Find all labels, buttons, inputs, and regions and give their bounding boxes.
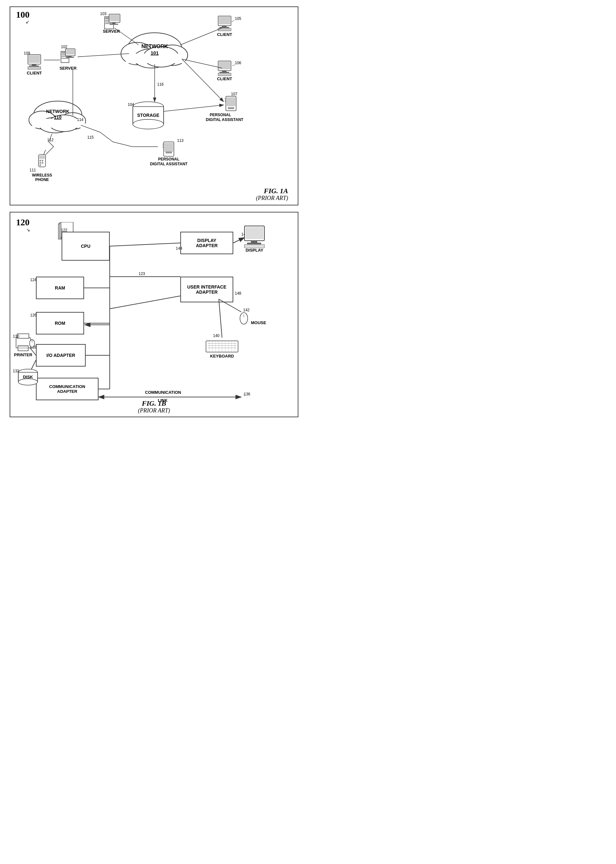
svg-text:NETWORK: NETWORK [46, 109, 69, 114]
svg-line-108 [182, 59, 222, 68]
svg-text:PRINTER: PRINTER [14, 353, 32, 357]
svg-text:102: 102 [61, 45, 68, 49]
svg-rect-97 [39, 160, 41, 161]
svg-text:103: 103 [100, 11, 107, 16]
svg-point-158 [240, 313, 248, 324]
svg-text:112: 112 [47, 138, 53, 142]
svg-text:PERSONAL: PERSONAL [158, 157, 180, 161]
svg-rect-33 [220, 72, 229, 73]
display-adapter-ref: 144 [176, 246, 182, 251]
fig1a-container: 100 ↙ NETWORK 101 [9, 6, 299, 205]
svg-text:113: 113 [177, 138, 184, 143]
svg-text:DISPLAY: DISPLAY [245, 248, 263, 253]
svg-rect-100 [42, 162, 43, 164]
svg-text:NETWORK: NETWORK [141, 44, 168, 49]
cpu-block: CPU [61, 232, 110, 261]
svg-rect-22 [220, 27, 229, 28]
svg-text:CLIENT: CLIENT [217, 32, 232, 37]
fig1b-label: FIG. 1B [142, 399, 166, 408]
svg-line-137 [233, 238, 245, 243]
pda-bottom: 113 PERSONAL DIGITAL ASSISTANT [150, 138, 188, 166]
svg-rect-80 [165, 151, 172, 153]
svg-rect-177 [18, 346, 28, 351]
svg-text:116: 116 [157, 82, 163, 87]
storage: STORAGE 104 [128, 102, 163, 129]
svg-text:104: 104 [128, 102, 134, 107]
svg-text:CLIENT: CLIENT [217, 76, 232, 81]
network-cloud: NETWORK 101 [121, 33, 188, 68]
ram-block: RAM [36, 277, 84, 299]
svg-text:110: 110 [54, 115, 61, 120]
svg-text:146: 146 [241, 232, 248, 236]
svg-rect-98 [42, 160, 43, 161]
pda-right: 107 PERSONAL DIGITAL ASSISTANT [206, 92, 244, 122]
svg-text:PERSONAL: PERSONAL [210, 113, 231, 117]
svg-rect-161 [206, 341, 238, 352]
svg-text:123: 123 [138, 272, 145, 276]
svg-rect-79 [164, 143, 173, 152]
ui-adapter-block: USER INTERFACE ADAPTER [180, 277, 233, 302]
svg-rect-49 [66, 57, 74, 58]
svg-text:105: 105 [235, 16, 241, 21]
svg-rect-20 [219, 17, 230, 24]
svg-rect-175 [16, 338, 30, 348]
svg-rect-152 [251, 241, 257, 242]
svg-text:130: 130 [13, 334, 19, 338]
svg-rect-48 [68, 56, 72, 57]
fig1a-prior-art: (PRIOR ART) [256, 195, 288, 201]
svg-rect-14 [110, 15, 119, 21]
fig1b-container: 120 ↘ CPU 122 RAM 124 ROM 126 I/O ADAPTE… [9, 212, 299, 417]
svg-text:SERVER: SERVER [59, 66, 77, 71]
svg-rect-32 [222, 71, 226, 72]
svg-rect-45 [61, 58, 69, 59]
svg-rect-176 [17, 334, 29, 338]
svg-text:WIRELESS: WIRELESS [32, 173, 52, 178]
svg-text:DIGITAL ASSISTANT: DIGITAL ASSISTANT [150, 162, 188, 166]
svg-text:SERVER: SERVER [103, 29, 120, 34]
svg-rect-54 [32, 64, 36, 66]
io-ref: 128 [30, 345, 36, 349]
svg-line-149 [244, 394, 245, 396]
svg-line-135 [110, 296, 180, 309]
server-top: SERVER 103 [100, 11, 120, 34]
rom-block: ROM [36, 312, 84, 334]
ram-ref: 124 [30, 278, 36, 282]
svg-rect-99 [39, 162, 41, 164]
left-server: SERVER 102 [59, 45, 77, 71]
svg-rect-15 [112, 22, 115, 24]
fig1a-label: FIG. 1A [264, 187, 288, 195]
svg-line-102 [44, 150, 46, 155]
client-right-mid: CLIENT 106 [217, 61, 242, 81]
svg-text:115: 115 [87, 135, 94, 140]
cpu-ref: 122 [61, 228, 68, 232]
svg-rect-71 [228, 107, 234, 109]
fig1b-arrow: ↘ [26, 227, 30, 233]
ui-adapter-ref: 148 [235, 291, 241, 296]
client-top-right: CLIENT 105 [217, 16, 242, 37]
svg-point-66 [133, 120, 163, 129]
left-client: CLIENT 109 [24, 51, 42, 76]
svg-line-107 [180, 28, 222, 45]
svg-rect-47 [66, 49, 74, 55]
fig1b-number: 120 [16, 217, 30, 228]
rom-ref: 126 [30, 313, 36, 318]
wireless-phone: 111 WIRELESS PHONE [30, 150, 52, 182]
fig1a-svg: NETWORK 101 SERVER 103 [10, 7, 299, 206]
io-adapter-block: I/O ADAPTER [36, 344, 86, 367]
svg-text:142: 142 [243, 308, 250, 312]
svg-rect-153 [247, 242, 261, 244]
svg-rect-96 [39, 156, 45, 159]
svg-text:KEYBOARD: KEYBOARD [210, 354, 234, 359]
svg-rect-154 [245, 245, 264, 248]
svg-line-29 [232, 20, 234, 22]
svg-rect-55 [29, 66, 39, 66]
svg-text:101: 101 [151, 50, 159, 55]
svg-text:109: 109 [24, 51, 30, 55]
svg-text:106: 106 [235, 61, 241, 65]
svg-text:136: 136 [244, 392, 250, 397]
svg-text:PHONE: PHONE [35, 178, 49, 182]
comm-adapter-block: COMMUNICATION ADAPTER [36, 378, 99, 400]
svg-text:CLIENT: CLIENT [27, 71, 42, 76]
display-adapter-block: DISPLAY ADAPTER [180, 232, 233, 254]
svg-rect-21 [222, 26, 226, 27]
